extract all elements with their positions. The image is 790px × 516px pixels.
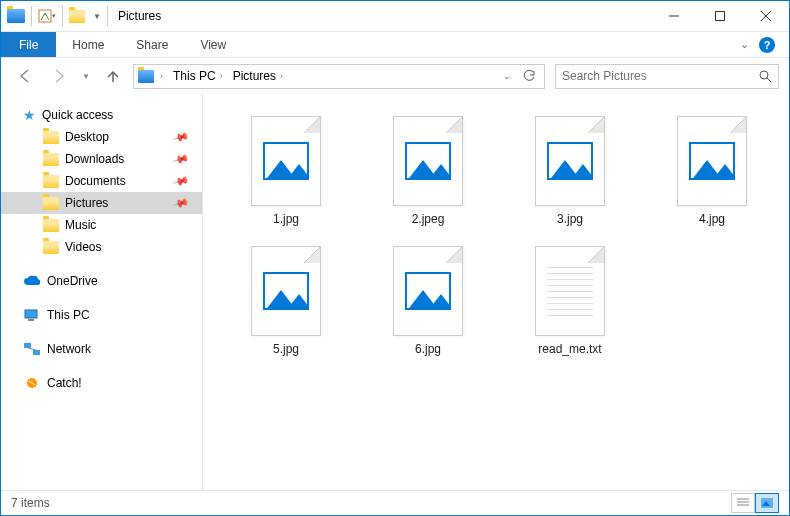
folder-icon xyxy=(43,197,59,210)
sidebar-item-label: Downloads xyxy=(65,152,124,166)
file-list[interactable]: 1.jpg 2.jpeg 3.jpg 4.jpg 5.jpg 6.jpg rea… xyxy=(203,94,789,490)
sidebar-item-label: Desktop xyxy=(65,130,109,144)
pc-icon xyxy=(23,308,41,322)
image-icon xyxy=(405,272,451,310)
maximize-button[interactable] xyxy=(697,1,743,31)
image-icon xyxy=(689,142,735,180)
address-dropdown-icon[interactable]: ⌄ xyxy=(496,65,518,88)
svg-line-11 xyxy=(28,348,36,350)
sidebar-item-label: OneDrive xyxy=(47,274,98,288)
refresh-icon[interactable] xyxy=(518,65,540,88)
breadcrumb-label: This PC xyxy=(173,69,216,83)
star-icon: ★ xyxy=(23,107,36,123)
svg-rect-0 xyxy=(39,10,51,22)
sidebar-item-music[interactable]: Music xyxy=(1,214,202,236)
svg-rect-9 xyxy=(24,343,31,348)
tab-share[interactable]: Share xyxy=(120,32,184,57)
svg-point-5 xyxy=(760,71,768,79)
breadcrumb-pictures[interactable]: Pictures› xyxy=(229,69,287,83)
ribbon: File Home Share View ⌄ ? xyxy=(1,32,789,58)
sidebar-item-label: Quick access xyxy=(42,108,113,122)
sidebar-item-pictures[interactable]: Pictures 📌 xyxy=(1,192,202,214)
sidebar-item-videos[interactable]: Videos xyxy=(1,236,202,258)
status-bar: 7 items xyxy=(1,490,789,514)
svg-line-6 xyxy=(767,78,771,82)
sidebar-item-label: Pictures xyxy=(65,196,108,210)
file-thumbnail xyxy=(535,246,605,336)
navigation-bar: ▼ › This PC› Pictures› ⌄ xyxy=(1,58,789,94)
close-button[interactable] xyxy=(743,1,789,31)
sidebar-item-catch-[interactable]: Catch! xyxy=(1,372,202,394)
pin-icon: 📌 xyxy=(172,150,191,168)
pin-icon: 📌 xyxy=(172,128,191,146)
sidebar-item-onedrive[interactable]: OneDrive xyxy=(1,270,202,292)
breadcrumb-this-pc[interactable]: This PC› xyxy=(169,69,227,83)
forward-button[interactable] xyxy=(45,62,73,90)
titlebar: ▾ ▼ Pictures xyxy=(1,1,789,32)
new-folder-icon[interactable] xyxy=(69,10,85,23)
image-icon xyxy=(263,142,309,180)
svg-rect-10 xyxy=(33,350,40,355)
file-item[interactable]: 2.jpeg xyxy=(359,112,497,230)
file-name: 1.jpg xyxy=(273,212,299,226)
sidebar-item-label: This PC xyxy=(47,308,90,322)
pin-icon: 📌 xyxy=(172,172,191,190)
sidebar-quick-access[interactable]: ★ Quick access xyxy=(1,104,202,126)
minimize-button[interactable] xyxy=(651,1,697,31)
file-item[interactable]: 5.jpg xyxy=(217,242,355,360)
sidebar-item-this-pc[interactable]: This PC xyxy=(1,304,202,326)
image-icon xyxy=(405,142,451,180)
search-box[interactable] xyxy=(555,64,779,89)
sidebar-item-documents[interactable]: Documents 📌 xyxy=(1,170,202,192)
file-name: 2.jpeg xyxy=(412,212,445,226)
window-title: Pictures xyxy=(118,9,161,23)
qat-dropdown-icon[interactable]: ▼ xyxy=(89,12,105,21)
recent-locations-icon[interactable]: ▼ xyxy=(79,62,93,90)
text-file-icon xyxy=(547,262,593,320)
file-item[interactable]: 1.jpg xyxy=(217,112,355,230)
file-tab[interactable]: File xyxy=(1,32,56,57)
search-input[interactable] xyxy=(562,69,758,83)
separator xyxy=(107,6,108,26)
tab-home[interactable]: Home xyxy=(56,32,120,57)
network-icon xyxy=(23,342,41,356)
properties-icon[interactable]: ▾ xyxy=(38,9,56,23)
file-item[interactable]: 3.jpg xyxy=(501,112,639,230)
help-icon[interactable]: ? xyxy=(759,37,775,53)
file-item[interactable]: read_me.txt xyxy=(501,242,639,360)
details-view-toggle[interactable] xyxy=(731,493,755,513)
window-controls xyxy=(651,1,789,31)
file-thumbnail xyxy=(251,246,321,336)
file-name: 4.jpg xyxy=(699,212,725,226)
sidebar-item-desktop[interactable]: Desktop 📌 xyxy=(1,126,202,148)
separator xyxy=(31,6,32,26)
file-item[interactable]: 6.jpg xyxy=(359,242,497,360)
search-icon[interactable] xyxy=(758,69,772,83)
file-name: 3.jpg xyxy=(557,212,583,226)
svg-rect-7 xyxy=(25,310,37,318)
sidebar-item-label: Catch! xyxy=(47,376,82,390)
sidebar-item-network[interactable]: Network xyxy=(1,338,202,360)
cloud-icon xyxy=(23,274,41,288)
breadcrumb-root-chevron[interactable]: › xyxy=(156,71,167,81)
address-bar[interactable]: › This PC› Pictures› ⌄ xyxy=(133,64,545,89)
file-item[interactable]: 4.jpg xyxy=(643,112,781,230)
image-icon xyxy=(263,272,309,310)
sidebar-item-downloads[interactable]: Downloads 📌 xyxy=(1,148,202,170)
up-button[interactable] xyxy=(99,62,127,90)
thumbnails-view-toggle[interactable] xyxy=(755,493,779,513)
ribbon-expand-icon[interactable]: ⌄ xyxy=(740,38,749,51)
quick-access-toolbar: ▾ ▼ xyxy=(1,6,105,26)
explorer-icon xyxy=(7,9,25,23)
file-name: read_me.txt xyxy=(538,342,601,356)
tab-view[interactable]: View xyxy=(184,32,242,57)
file-name: 5.jpg xyxy=(273,342,299,356)
separator xyxy=(62,6,63,26)
file-name: 6.jpg xyxy=(415,342,441,356)
back-button[interactable] xyxy=(11,62,39,90)
item-count: 7 items xyxy=(11,496,50,510)
svg-rect-8 xyxy=(28,319,34,321)
catch-icon xyxy=(23,376,41,390)
sidebar-item-label: Documents xyxy=(65,174,126,188)
main-area: ★ Quick access Desktop 📌 Downloads 📌 Doc… xyxy=(1,94,789,490)
